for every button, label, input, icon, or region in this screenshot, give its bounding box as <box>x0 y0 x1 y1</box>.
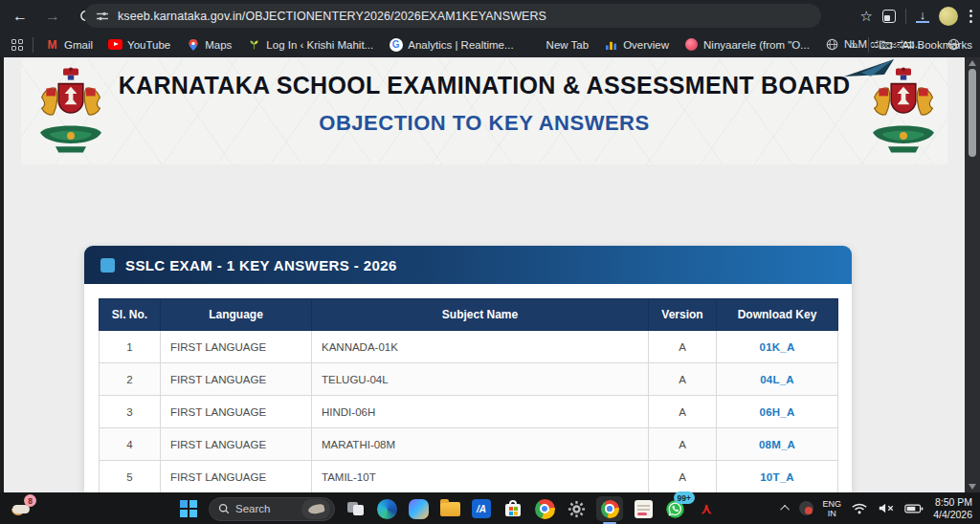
col-download-key: Download Key <box>717 299 838 331</box>
page-title: OBJECTION TO KEY ANSWERS <box>21 111 947 136</box>
bookmarks-overflow-icon[interactable]: » <box>851 37 858 52</box>
table-row: 1 FIRST LANGUAGE KANNADA-01K A 01K_A <box>100 331 838 363</box>
key-answers-table: Sl. No. Language Subject Name Version Do… <box>99 298 838 492</box>
toolbar-divider <box>905 9 906 24</box>
edge-icon[interactable] <box>375 497 398 520</box>
table-header-row: Sl. No. Language Subject Name Version Do… <box>100 299 838 331</box>
acrobat-icon[interactable]: ⋏ <box>695 497 718 520</box>
site-header-banner: KARNATAKA SCHOOL EXAMINATION & ASSESSMEN… <box>21 59 947 164</box>
col-language: Language <box>161 299 312 331</box>
webpage: KARNATAKA SCHOOL EXAMINATION & ASSESSMEN… <box>4 57 965 492</box>
download-key-link[interactable]: 10T_A <box>760 471 794 483</box>
taskbar-search[interactable]: Search <box>209 497 335 521</box>
tray-expand-icon[interactable] <box>780 505 790 514</box>
microsoft-store-icon[interactable] <box>501 497 524 520</box>
bookmark-maps[interactable]: Maps <box>186 37 232 52</box>
bookmark-star-icon[interactable]: ☆ <box>860 8 873 25</box>
windows-taskbar: 8 Search /A <box>0 492 980 524</box>
bookmark-krishi[interactable]: Log In ‹ Krishi Mahit... <box>247 37 373 52</box>
download-key-link[interactable]: 06H_A <box>760 406 795 418</box>
address-bar[interactable]: kseeb.karnataka.gov.in/OBJECTIONENTERY20… <box>84 4 821 28</box>
scrollbar-thumb[interactable] <box>969 69 976 157</box>
language-indicator[interactable]: ENG IN <box>823 499 842 518</box>
downloads-icon[interactable]: ↓ <box>916 10 929 23</box>
table-row: 4 FIRST LANGUAGE MARATHI-08M A 08M_A <box>100 428 838 461</box>
gmail-icon: M <box>45 37 59 52</box>
col-subject-name: Subject Name <box>312 299 649 331</box>
download-key-link[interactable]: 01K_A <box>760 341 795 353</box>
search-icon <box>218 503 230 514</box>
bookmarks-divider <box>33 37 33 53</box>
settings-gear-icon[interactable] <box>565 497 588 520</box>
chrome-icon[interactable] <box>533 497 556 520</box>
bookmarks-right: » All Bookmarks <box>851 32 972 57</box>
bookmark-ninyaarele[interactable]: Ninyaarele (from "O... <box>684 37 810 52</box>
browser-menu-icon[interactable] <box>968 8 974 25</box>
bookmark-youtube[interactable]: YouTube <box>108 37 170 52</box>
download-key-link[interactable]: 08M_A <box>759 439 795 450</box>
task-view-button[interactable] <box>344 497 367 520</box>
taskbar-center: Search /A <box>177 496 718 521</box>
system-tray: ENG IN 8:50 PM 4/4/2026 <box>783 492 972 524</box>
search-placeholder: Search <box>235 503 296 514</box>
volume-muted-icon[interactable] <box>878 502 895 514</box>
clock[interactable]: 8:50 PM 4/4/2026 <box>933 496 972 520</box>
red-dot-icon <box>684 37 699 52</box>
all-bookmarks-label[interactable]: All Bookmarks <box>902 39 973 51</box>
tray-app-icon[interactable] <box>799 501 813 515</box>
copilot-icon[interactable] <box>407 497 430 520</box>
card-title: SSLC EXAM - 1 KEY ANSWERS - 2026 <box>125 257 397 273</box>
tune-icon[interactable] <box>96 11 109 22</box>
tab-group-icon[interactable] <box>882 10 896 23</box>
profile-avatar[interactable] <box>939 7 958 26</box>
apps-grid-icon[interactable] <box>11 39 23 51</box>
folder-icon <box>879 38 893 52</box>
start-button[interactable] <box>177 497 200 520</box>
file-explorer-icon[interactable] <box>438 497 461 520</box>
search-highlight-bird-image[interactable] <box>301 499 330 519</box>
toolbar-actions: ☆ ↓ <box>860 0 974 32</box>
wifi-icon[interactable] <box>851 502 868 515</box>
whatsapp-icon[interactable]: 99+ <box>663 497 686 520</box>
bookmark-new-tab[interactable]: New Tab <box>546 39 590 51</box>
whatsapp-badge: 99+ <box>674 491 695 504</box>
globe-icon <box>825 37 839 52</box>
battery-icon[interactable] <box>904 503 924 514</box>
sprout-icon <box>247 37 261 52</box>
maps-pin-icon <box>186 37 200 52</box>
url-text[interactable]: kseeb.karnataka.gov.in/OBJECTIONENTERY20… <box>118 10 546 23</box>
back-icon[interactable]: ← <box>8 4 33 29</box>
col-sl-no: Sl. No. <box>100 299 161 331</box>
page-scrollbar[interactable] <box>965 57 980 492</box>
chrome-active-window[interactable] <box>596 496 623 521</box>
scroll-down-icon[interactable] <box>969 484 976 490</box>
card-bullet-icon <box>100 258 115 273</box>
chart-icon <box>604 37 618 52</box>
screen: ← → kseeb.karnataka.gov.in/OBJECTIONENTE… <box>0 0 980 524</box>
bookmark-analytics[interactable]: G Analytics | Realtime... <box>389 37 513 52</box>
site-title: KARNATAKA SCHOOL EXAMINATION & ASSESSMEN… <box>21 72 947 99</box>
bookmarks-bar: M Gmail YouTube Maps Log In ‹ Krishi Mah… <box>0 32 980 57</box>
table-row: 3 FIRST LANGUAGE HINDI-06H A 06H_A <box>100 396 838 428</box>
google-g-icon: G <box>389 37 403 52</box>
blue-a-app-icon[interactable]: /A <box>470 497 493 520</box>
bookmark-overview[interactable]: Overview <box>604 37 669 52</box>
notes-app-icon[interactable] <box>632 497 655 520</box>
tray-date: 4/4/2026 <box>933 509 972 520</box>
browser-toolbar: ← → kseeb.karnataka.gov.in/OBJECTIONENTE… <box>0 0 980 32</box>
scroll-up-icon[interactable] <box>969 60 976 66</box>
youtube-icon <box>108 37 122 52</box>
download-key-link[interactable]: 04L_A <box>760 374 794 385</box>
key-answers-card: SSLC EXAM - 1 KEY ANSWERS - 2026 Sl. No.… <box>84 246 852 492</box>
table-row: 5 FIRST LANGUAGE TAMIL-10T A 10T_A <box>100 461 838 493</box>
weather-widget[interactable]: 8 <box>10 496 36 521</box>
forward-icon[interactable]: → <box>40 4 65 29</box>
table-row: 2 FIRST LANGUAGE TELUGU-04L A 04L_A <box>100 363 838 396</box>
card-header: SSLC EXAM - 1 KEY ANSWERS - 2026 <box>84 246 852 284</box>
col-version: Version <box>649 299 717 331</box>
tray-time: 8:50 PM <box>935 496 972 508</box>
notification-badge: 8 <box>24 494 36 507</box>
bookmark-gmail[interactable]: M Gmail <box>45 37 93 52</box>
